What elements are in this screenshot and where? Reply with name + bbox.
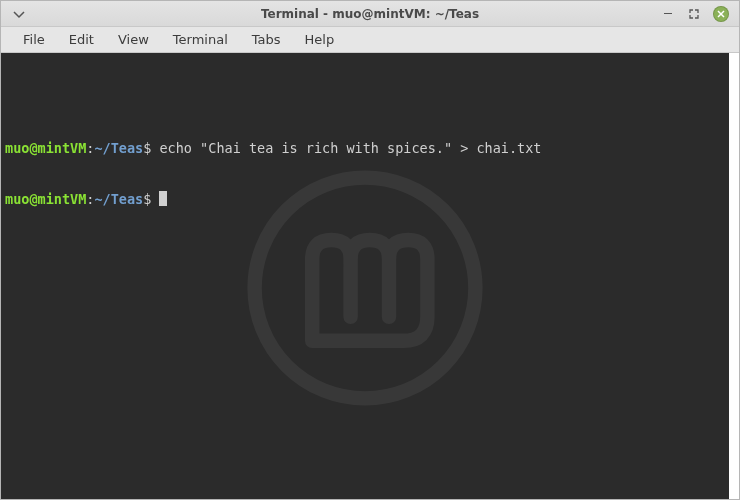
terminal-body[interactable]: muo@mintVM:~/Teas$ echo "Chai tea is ric… bbox=[1, 53, 729, 499]
close-icon bbox=[713, 6, 729, 22]
minimize-button[interactable] bbox=[661, 7, 675, 21]
terminal-command: echo "Chai tea is rich with spices." > c… bbox=[159, 140, 541, 156]
terminal-container: muo@mintVM:~/Teas$ echo "Chai tea is ric… bbox=[1, 53, 739, 499]
window-menu-button[interactable] bbox=[13, 9, 25, 19]
window-title: Terminal - muo@mintVM: ~/Teas bbox=[1, 7, 739, 21]
menu-help[interactable]: Help bbox=[295, 30, 345, 49]
svg-point-2 bbox=[255, 178, 476, 399]
terminal-line: muo@mintVM:~/Teas$ echo "Chai tea is ric… bbox=[5, 140, 725, 157]
prompt-user-host: muo@mintVM bbox=[5, 140, 86, 156]
maximize-button[interactable] bbox=[687, 7, 701, 21]
scrollbar[interactable] bbox=[729, 53, 739, 499]
menu-terminal[interactable]: Terminal bbox=[163, 30, 238, 49]
menu-view[interactable]: View bbox=[108, 30, 159, 49]
prompt-path: ~/Teas bbox=[94, 191, 143, 207]
scrollbar-thumb[interactable] bbox=[729, 53, 739, 499]
terminal-cursor bbox=[159, 191, 167, 206]
prompt-symbol: $ bbox=[143, 191, 151, 207]
menu-edit[interactable]: Edit bbox=[59, 30, 104, 49]
menu-tabs[interactable]: Tabs bbox=[242, 30, 291, 49]
prompt-path: ~/Teas bbox=[94, 140, 143, 156]
prompt-user-host: muo@mintVM bbox=[5, 191, 86, 207]
titlebar[interactable]: Terminal - muo@mintVM: ~/Teas bbox=[1, 1, 739, 27]
close-button[interactable] bbox=[713, 6, 729, 22]
maximize-icon bbox=[689, 9, 699, 19]
prompt-symbol: $ bbox=[143, 140, 151, 156]
terminal-window: Terminal - muo@mintVM: ~/Teas File Edit … bbox=[0, 0, 740, 500]
menubar: File Edit View Terminal Tabs Help bbox=[1, 27, 739, 53]
menu-file[interactable]: File bbox=[13, 30, 55, 49]
terminal-line: muo@mintVM:~/Teas$ bbox=[5, 191, 725, 208]
